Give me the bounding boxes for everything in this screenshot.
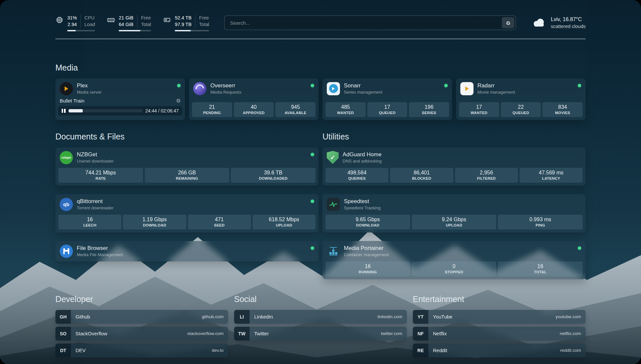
section-title-utilities: Utilities — [322, 132, 586, 141]
search-provider-button[interactable]: G — [502, 17, 514, 28]
nzbget-icon: nzbget — [60, 151, 73, 164]
playback-bar: 24:44 / 02:06:47 — [58, 106, 182, 115]
section-title-entertainment: Entertainment — [413, 294, 586, 304]
stat-queued: 17 QUEUED — [367, 102, 408, 117]
stat-queued: 22 QUEUED — [501, 102, 541, 117]
bookmark-reddit[interactable]: RE Reddit reddit.com — [413, 344, 586, 357]
service-name: NZBGet — [77, 151, 114, 158]
service-card-plex[interactable]: Plex Media server Bullet Train ⚙ — [55, 78, 185, 120]
disk-progress-bar — [175, 30, 209, 31]
column-social: Social LI LinkedIn linkedin.com TW Twitt… — [234, 294, 407, 360]
stat-queries: 498,564 QUERIES — [325, 168, 388, 183]
bookmark-github[interactable]: GH Github github.com — [55, 310, 228, 324]
service-card-filebrowser[interactable]: File Browser Media File Management — [55, 241, 319, 261]
pause-button[interactable] — [62, 109, 66, 113]
weather-location: Lviv, 16.87°C — [551, 15, 586, 23]
bookmark-stackoverflow[interactable]: SO StackOverflow stackoverflow.com — [55, 327, 228, 341]
playback-progress-track[interactable] — [69, 109, 142, 112]
service-name: Overseerr — [210, 82, 241, 89]
service-card-sonarr[interactable]: Sonarr Series management 485 WANTED 17 Q… — [322, 78, 452, 120]
service-card-adguard[interactable]: ✓ AdGuard Home DNS and adblocking 498,56… — [322, 147, 586, 186]
bookmark-twitter[interactable]: TW Twitter twitter.com — [234, 327, 407, 341]
stat-pending: 21 PENDING — [192, 102, 232, 117]
status-indicator — [311, 153, 314, 156]
stat-blocked: 86,401 BLOCKED — [390, 168, 453, 183]
bookmark-abbr: LI — [234, 310, 250, 324]
dashboard-frame: 31% 2.94 CPU Load — [0, 0, 641, 364]
memory-progress-bar — [119, 30, 151, 31]
service-description: Media Requests — [210, 90, 241, 95]
service-description: Torrent downloader — [77, 205, 113, 210]
radarr-icon — [460, 82, 473, 95]
service-card-qbittorrent[interactable]: qb qBittorrent Torrent downloader 16 LEE… — [55, 194, 319, 232]
bookmark-url: github.com — [202, 314, 224, 319]
overseerr-icon — [193, 82, 206, 95]
stat-download: 9.65 Gbps DOWNLOAD — [325, 215, 410, 229]
header-divider — [55, 39, 586, 39]
playback-time: 24:44 / 02:06:47 — [145, 108, 179, 113]
status-indicator — [578, 246, 581, 250]
section-title-social: Social — [234, 294, 407, 304]
bookmark-name: YouTube — [433, 314, 452, 319]
resource-widgets: 31% 2.94 CPU Load — [55, 15, 209, 31]
memory-icon — [107, 16, 115, 24]
stat-filtered: 2,956 FILTERED — [455, 168, 518, 183]
sonarr-icon — [327, 82, 340, 95]
bookmark-netflix[interactable]: NF Netflix netflix.com — [413, 327, 586, 341]
stat-rate: 744.21 Mbps RATE — [58, 168, 143, 183]
stat-available: 945 AVAILABLE — [275, 102, 316, 117]
memory-total-label: Total — [141, 21, 151, 28]
bookmark-abbr: TW — [234, 327, 250, 341]
status-indicator — [311, 84, 314, 87]
status-indicator — [311, 246, 314, 250]
bookmark-url: youtube.com — [556, 314, 581, 319]
section-title-developer: Developer — [55, 294, 228, 304]
service-description: Movie management — [477, 90, 515, 95]
stat-download: 1.19 Gbps DOWNLOAD — [123, 215, 186, 229]
service-description: Container management — [344, 252, 389, 257]
page: 31% 2.94 CPU Load — [0, 0, 641, 360]
memory-free-label: Free — [141, 15, 151, 21]
status-indicator — [311, 199, 314, 203]
service-card-portainer[interactable]: Media Portainer Container management 16 … — [322, 241, 586, 279]
service-description: Speedtest Tracking — [344, 205, 381, 210]
memory-widget: 21 GiB 64 GiB Free Total — [107, 15, 151, 31]
stat-wanted: 17 WANTED — [459, 102, 499, 117]
adguard-shield-icon: ✓ — [327, 151, 339, 164]
bookmark-name: DEV — [76, 348, 86, 353]
service-card-radarr[interactable]: Radarr Movie management 17 WANTED 22 QUE… — [456, 78, 586, 120]
stat-total: 16 TOTAL — [498, 261, 583, 276]
cpu-progress-bar — [67, 30, 95, 31]
bookmark-abbr: RE — [413, 344, 428, 357]
now-playing-title: Bullet Train — [60, 98, 84, 104]
column-entertainment: Entertainment YT YouTube youtube.com NF … — [413, 294, 586, 360]
bookmark-linkedin[interactable]: LI LinkedIn linkedin.com — [234, 310, 407, 324]
memory-free-value: 21 GiB — [119, 15, 133, 21]
search-bar: G — [224, 15, 516, 30]
stat-stopped: 0 STOPPED — [412, 261, 497, 276]
stat-seed: 471 SEED — [188, 215, 251, 229]
bookmark-youtube[interactable]: YT YouTube youtube.com — [413, 310, 586, 324]
status-indicator — [444, 84, 448, 87]
bookmark-name: Github — [76, 314, 90, 319]
service-name: Plex — [77, 82, 102, 89]
settings-gear-icon[interactable]: ⚙ — [176, 98, 181, 104]
stat-upload: 618.52 Mbps UPLOAD — [253, 215, 316, 229]
filebrowser-icon — [60, 245, 73, 258]
service-name: Speedtest — [344, 198, 381, 205]
service-card-nzbget[interactable]: nzbget NZBGet Usenet downloader 744.21 M… — [55, 147, 319, 186]
disk-icon — [163, 16, 171, 24]
service-card-overseerr[interactable]: Overseerr Media Requests 21 PENDING 40 A… — [189, 78, 319, 120]
bookmark-url: reddit.com — [560, 348, 581, 353]
cloud-icon — [531, 17, 546, 28]
search-input[interactable] — [224, 15, 516, 30]
service-name: Sonarr — [344, 82, 382, 89]
service-card-speedtest[interactable]: Speedtest Speedtest Tracking 9.65 Gbps D… — [322, 194, 586, 232]
cpu-load-value: 2.94 — [68, 21, 77, 28]
portainer-icon — [327, 245, 340, 258]
bookmark-dev[interactable]: DT DEV dev.to — [55, 344, 228, 357]
bookmark-name: Netflix — [433, 331, 447, 336]
stat-upload: 9.24 Gbps UPLOAD — [412, 215, 497, 229]
cpu-icon — [55, 16, 64, 24]
bookmark-abbr: SO — [55, 327, 71, 341]
